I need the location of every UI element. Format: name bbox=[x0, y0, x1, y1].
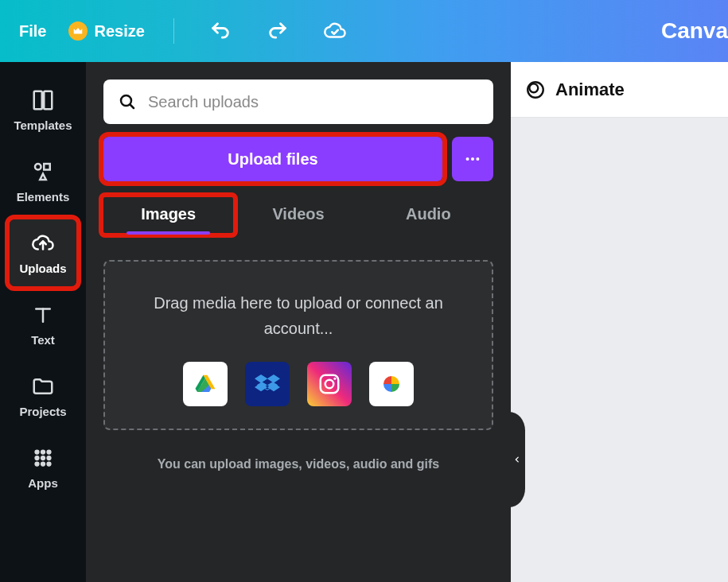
resize-label: Resize bbox=[94, 22, 144, 41]
google-photos-icon bbox=[380, 372, 403, 396]
sidebar-item-projects[interactable]: Projects bbox=[10, 363, 76, 429]
search-input[interactable] bbox=[148, 93, 479, 111]
text-icon bbox=[31, 303, 55, 327]
search-icon bbox=[118, 92, 137, 111]
sidebar-item-label: Elements bbox=[17, 190, 70, 204]
redo-icon bbox=[267, 20, 289, 42]
elements-icon bbox=[31, 160, 55, 184]
chevron-left-icon bbox=[513, 456, 521, 464]
more-icon bbox=[464, 150, 481, 168]
canvas-toolbar: Animate bbox=[511, 62, 728, 118]
svg-point-6 bbox=[47, 450, 51, 454]
templates-icon bbox=[31, 88, 55, 112]
svg-rect-0 bbox=[34, 91, 42, 109]
sidebar-item-apps[interactable]: Apps bbox=[10, 434, 76, 501]
collapse-panel-button[interactable] bbox=[509, 412, 525, 507]
upload-more-button[interactable] bbox=[452, 137, 493, 181]
svg-point-12 bbox=[47, 462, 51, 466]
upload-row: Upload files bbox=[103, 137, 493, 181]
connect-dropbox[interactable] bbox=[245, 362, 290, 406]
apps-icon bbox=[31, 446, 55, 470]
connect-google-photos[interactable] bbox=[369, 362, 414, 406]
main-area: Templates Elements Uploads Text Projects… bbox=[0, 62, 728, 582]
svg-point-11 bbox=[41, 462, 45, 466]
sidebar-item-label: Uploads bbox=[19, 262, 66, 275]
connect-instagram[interactable] bbox=[307, 362, 352, 406]
upload-dropzone[interactable]: Drag media here to upload or connect an … bbox=[103, 260, 493, 430]
tab-audio[interactable]: Audio bbox=[364, 197, 493, 233]
tab-images[interactable]: Images bbox=[103, 197, 233, 233]
svg-point-15 bbox=[471, 157, 474, 161]
instagram-icon bbox=[317, 372, 341, 396]
svg-rect-1 bbox=[44, 91, 52, 109]
svg-point-7 bbox=[35, 456, 39, 460]
google-drive-icon bbox=[193, 372, 217, 396]
canvas-area: Animate bbox=[511, 62, 728, 582]
svg-point-2 bbox=[35, 164, 41, 170]
sidebar-item-elements[interactable]: Elements bbox=[10, 148, 76, 215]
svg-point-21 bbox=[529, 83, 538, 92]
media-tabs: Images Videos Audio bbox=[103, 197, 493, 233]
undo-icon bbox=[209, 20, 232, 42]
top-bar: File Resize Canva bbox=[0, 0, 728, 62]
animate-button[interactable]: Animate bbox=[525, 80, 625, 100]
svg-point-18 bbox=[325, 380, 334, 389]
svg-point-10 bbox=[35, 462, 39, 466]
connect-google-drive[interactable] bbox=[183, 362, 228, 406]
sidebar-item-uploads[interactable]: Uploads bbox=[10, 219, 76, 286]
cloud-check-icon bbox=[323, 19, 347, 43]
svg-point-19 bbox=[333, 378, 336, 380]
sidebar-item-label: Text bbox=[31, 333, 55, 347]
svg-rect-3 bbox=[44, 164, 50, 170]
svg-point-5 bbox=[41, 450, 45, 454]
svg-point-4 bbox=[35, 450, 39, 454]
tab-videos[interactable]: Videos bbox=[233, 197, 363, 233]
svg-point-9 bbox=[47, 456, 51, 460]
sidebar-item-label: Apps bbox=[28, 476, 58, 490]
uploads-icon bbox=[31, 231, 55, 255]
animate-label: Animate bbox=[555, 80, 625, 100]
sidebar-item-label: Templates bbox=[14, 118, 72, 132]
sidebar-item-label: Projects bbox=[19, 405, 66, 418]
sidebar-item-templates[interactable]: Templates bbox=[10, 76, 76, 143]
dropzone-text: Drag media here to upload or connect an … bbox=[124, 290, 473, 341]
search-input-container[interactable] bbox=[103, 80, 493, 124]
brand-logo: Canva bbox=[661, 0, 728, 62]
sync-status-button[interactable] bbox=[317, 14, 352, 48]
left-sidebar: Templates Elements Uploads Text Projects… bbox=[0, 62, 86, 582]
uploads-panel: Upload files Images Videos Audio Drag me… bbox=[86, 62, 511, 582]
upload-files-button[interactable]: Upload files bbox=[103, 137, 442, 181]
dropbox-icon bbox=[255, 371, 280, 397]
upload-hint: You can upload images, videos, audio and… bbox=[103, 457, 493, 471]
service-icons bbox=[183, 362, 414, 406]
svg-point-14 bbox=[466, 157, 469, 161]
svg-point-8 bbox=[41, 456, 45, 460]
crown-icon bbox=[68, 21, 88, 41]
toolbar-divider bbox=[173, 18, 174, 44]
resize-button[interactable]: Resize bbox=[68, 21, 144, 41]
projects-icon bbox=[31, 374, 55, 398]
animate-icon bbox=[525, 80, 546, 100]
sidebar-item-text[interactable]: Text bbox=[10, 291, 76, 358]
svg-point-16 bbox=[476, 157, 479, 161]
undo-button[interactable] bbox=[203, 14, 238, 48]
redo-button[interactable] bbox=[260, 14, 295, 48]
file-menu[interactable]: File bbox=[19, 22, 46, 41]
